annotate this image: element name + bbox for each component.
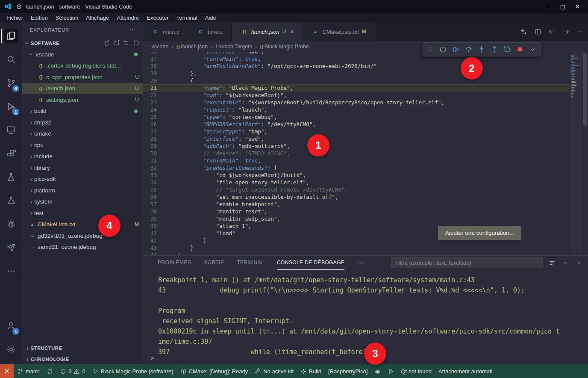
code-line-38[interactable]: 38 "monitor reset", — [143, 208, 569, 215]
code-line-31[interactable]: 31 "runToMain": true, — [143, 157, 569, 164]
code-line-39[interactable]: 39 "monitor swdp_scan", — [143, 215, 569, 222]
scrollbar-thumb[interactable] — [583, 53, 587, 126]
activity-manage[interactable] — [1, 338, 21, 360]
restart-button[interactable] — [501, 44, 513, 55]
code-line-44[interactable]: 44 ] — [143, 251, 569, 255]
clear-console-icon[interactable] — [549, 260, 556, 266]
code-line-21[interactable]: 21 "name": "Black Magic Probe", — [143, 84, 569, 92]
continue-button[interactable] — [450, 44, 462, 55]
activity-testing[interactable] — [1, 166, 21, 188]
step-over-button[interactable] — [463, 44, 474, 55]
code-editor[interactable]: 16 "interface": "swd",17 "runToMain": tr… — [143, 52, 588, 255]
activity-test-explorer[interactable] — [1, 189, 21, 212]
status-cmake-target[interactable]: [RaspberryPico] — [325, 364, 371, 378]
refresh-explorer-icon[interactable] — [123, 40, 129, 46]
close-tab-icon[interactable]: × — [290, 28, 294, 35]
tree-item-cmakelists-txt[interactable]: ▲CMakeLists.txtM — [22, 219, 143, 230]
tree-item-samd21-ozone-jdebug[interactable]: ≡samd21_ozone.jdebug — [22, 242, 143, 253]
activity-live-share[interactable] — [1, 236, 21, 259]
menu-edition[interactable]: Edition — [27, 14, 52, 21]
code-line-27[interactable]: 27 "servertype": "bmp", — [143, 128, 569, 135]
new-folder-icon[interactable] — [113, 40, 120, 46]
status-auto-attach[interactable]: Attachement automati — [435, 364, 496, 378]
code-line-18[interactable]: 18 "armToolchainPath": "/opt/gcc-arm-non… — [143, 62, 569, 70]
code-line-19[interactable]: 19 }, — [143, 70, 569, 77]
activity-source-control[interactable]: 9 — [1, 72, 21, 94]
code-line-30[interactable]: 30 // "device": "STM32L431VC", — [143, 150, 569, 157]
tree-item-system[interactable]: ›system — [22, 196, 143, 208]
activity-extensions[interactable] — [1, 142, 21, 165]
add-configuration-button[interactable]: Ajouter une configuration... — [438, 226, 521, 240]
navigate-forward-icon[interactable] — [562, 28, 570, 35]
status-cmake-build[interactable]: Build — [297, 364, 325, 378]
tab-launch-json[interactable]: {}launch.jsonU× — [232, 22, 303, 41]
breadcrumb-item-vscode[interactable]: .vscode — [150, 44, 168, 50]
pane-structure[interactable]: ›STRUCTURE — [22, 343, 143, 354]
status-problems[interactable]: 00 — [56, 364, 88, 378]
tree-item-cpu[interactable]: ›cpu — [22, 139, 143, 151]
activity-accounts[interactable]: 1 — [1, 315, 21, 337]
panel-more-tabs-icon[interactable] — [357, 260, 364, 266]
tree-item-gd32vf103-ozone-jdebug[interactable]: ≡gd32vf103_ozone.jdebug — [22, 230, 143, 242]
collapse-folders-icon[interactable] — [133, 40, 139, 46]
code-line-43[interactable]: 43 } — [143, 244, 569, 251]
maximize-panel-icon[interactable] — [562, 260, 569, 266]
activity-remote-explorer[interactable] — [1, 119, 21, 141]
maximize-button[interactable]: ▢ — [556, 1, 569, 12]
breadcrumb-item-black-magic-probe[interactable]: {}Black Magic Probe — [260, 44, 309, 50]
tree-item-c-cpp-properties-json[interactable]: {}c_cpp_properties.jsonU — [22, 71, 143, 83]
tree-item-settings-json[interactable]: {}settings.jsonU — [22, 94, 143, 106]
tree-item-library[interactable]: ›library — [22, 162, 143, 174]
status-qt-status[interactable]: Qt not found — [397, 364, 435, 378]
code-line-25[interactable]: 25 "type": "cortex-debug", — [143, 113, 569, 121]
code-line-24[interactable]: 24 "request": "launch", — [143, 106, 569, 113]
step-out-button[interactable] — [488, 44, 500, 55]
panel-tab-sortie[interactable]: SORTIE — [204, 256, 224, 270]
breadcrumb-item-launch-json[interactable]: {}launch.json — [176, 44, 208, 50]
editor-scrollbar[interactable] — [582, 52, 588, 255]
pane-chronologie[interactable]: ›CHRONOLOGIE — [22, 354, 143, 365]
code-line-29[interactable]: 29 "gdbPath": "gdb-multiarch", — [143, 142, 569, 150]
status-debug-configuration[interactable]: Black Magic Probe (software) — [89, 364, 177, 378]
tree-item-cmake[interactable]: ›cmake — [22, 128, 143, 140]
tree-item-platform[interactable]: ›platform — [22, 185, 143, 196]
open-changes-icon[interactable] — [520, 28, 527, 35]
code-line-23[interactable]: 23 "executable": "${workspaceRoot}/build… — [143, 99, 569, 106]
tab-main-c[interactable]: Cmain.c — [143, 22, 188, 41]
code-line-28[interactable]: 28 "interface": "swd", — [143, 135, 569, 142]
menu-fichier[interactable]: Fichier — [3, 14, 27, 21]
console-filter-input[interactable] — [391, 257, 543, 268]
tree-item-include[interactable]: ›include — [22, 151, 143, 162]
close-button[interactable]: ✕ — [571, 1, 584, 12]
console-prompt[interactable]: > — [150, 354, 154, 362]
activity-search[interactable] — [1, 48, 21, 71]
status-cmake-debug-target[interactable] — [371, 364, 384, 378]
more-actions-icon[interactable] — [576, 28, 584, 35]
more-debug-actions-button[interactable] — [527, 44, 538, 55]
menu-aide[interactable]: Aide — [201, 14, 220, 21]
tree-item-build[interactable]: ›build — [22, 106, 143, 117]
status-cmake-status[interactable]: CMake: [Debug]: Ready — [177, 364, 252, 378]
code-line-20[interactable]: 20 { — [143, 77, 569, 84]
code-line-26[interactable]: 26 "BMPGDBSerialPort": "/dev/ttyACM0", — [143, 121, 569, 128]
new-file-icon[interactable] — [103, 40, 110, 46]
panel-tab-console-de-debogage[interactable]: CONSOLE DE DÉBOGAGE — [277, 256, 344, 270]
navigate-back-icon[interactable] — [548, 28, 556, 35]
code-line-35[interactable]: 35 // "target extended-remote /dev/ttyAC… — [143, 186, 569, 193]
tab-time-c[interactable]: Ctime.c — [188, 22, 232, 41]
activity-run-and-debug[interactable]: 1 — [1, 95, 21, 118]
tree-item-vscode[interactable]: ›.vscode — [22, 49, 143, 60]
code-line-32[interactable]: 32 "preRestartCommands": [ — [143, 164, 569, 171]
step-into-button[interactable] — [476, 44, 487, 55]
pause-button[interactable] — [437, 44, 449, 55]
minimize-button[interactable]: — — [542, 1, 555, 12]
drag-handle-button[interactable] — [424, 44, 436, 55]
code-line-22[interactable]: 22 "cwd": "${workspaceRoot}", — [143, 92, 569, 99]
code-line-34[interactable]: 34 "file open-story-teller.elf", — [143, 179, 569, 186]
status-git-branch[interactable]: main* — [14, 364, 43, 378]
menu-terminal[interactable]: Terminal — [173, 14, 201, 21]
activity-explorer[interactable] — [1, 25, 21, 47]
tab-cmakelists-txt[interactable]: ▲CMakeLists.txtM — [303, 22, 375, 41]
panel-tab-problemes[interactable]: PROBLÈMES — [158, 256, 191, 270]
code-line-36[interactable]: 36 "set mem inaccessible-by-default off"… — [143, 193, 569, 201]
